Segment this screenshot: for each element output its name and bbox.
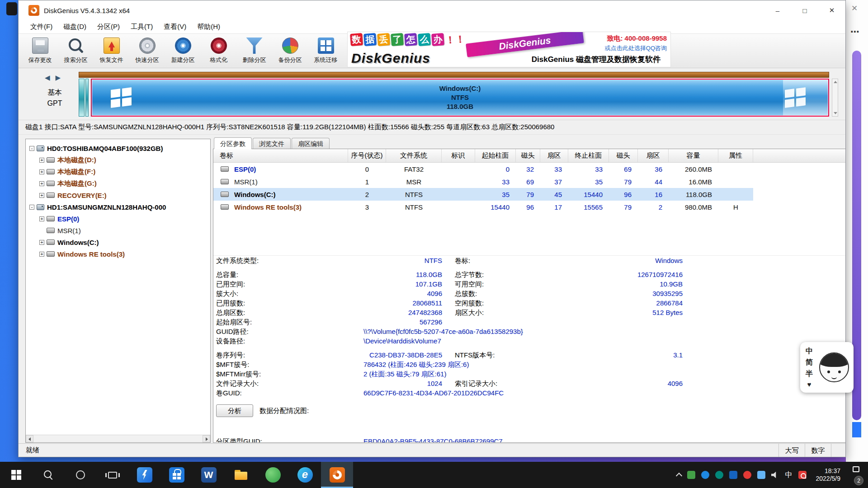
- tree-item-hd1[interactable]: - HD1:SAMSUNGMZNLN128HAHQ-000: [26, 201, 210, 213]
- tray-icon-lightblue[interactable]: [757, 471, 765, 479]
- col-flag[interactable]: 标识: [442, 149, 475, 162]
- menu-partition[interactable]: 分区(P): [92, 20, 125, 33]
- col-start-cyl[interactable]: 起始柱面: [475, 149, 516, 162]
- toolbar-system-migration[interactable]: 系统迁移: [308, 34, 344, 68]
- tree-item-disk-d[interactable]: + 本地磁盘(D:): [26, 154, 210, 166]
- background-close-icon[interactable]: ✕: [851, 4, 858, 13]
- titlebar[interactable]: DiskGenius V5.4.3.1342 x64 – □ ✕: [19, 0, 845, 20]
- menu-view[interactable]: 查看(V): [158, 20, 192, 33]
- partition-row-re-tools[interactable]: Windows RE tools(3) 3 NTFS 15440 96 17 1…: [213, 201, 845, 213]
- col-start-sector[interactable]: 扇区: [540, 149, 568, 162]
- tree-item-esp[interactable]: + ESP(0): [26, 213, 210, 225]
- minimize-button[interactable]: –: [764, 0, 791, 20]
- menu-disk[interactable]: 磁盘(D): [58, 20, 92, 33]
- close-button[interactable]: ✕: [818, 0, 845, 20]
- expand-icon[interactable]: +: [39, 158, 44, 163]
- partition-row-msr[interactable]: MSR(1) 1 MSR 33 69 37 35 79 44 16.0MB: [213, 175, 845, 188]
- collapse-icon[interactable]: -: [29, 146, 34, 151]
- next-disk-arrow-icon[interactable]: ▶: [56, 74, 61, 82]
- col-filesystem[interactable]: 文件系统: [386, 149, 442, 162]
- tree-horizontal-scrollbar[interactable]: [26, 435, 210, 442]
- search-button[interactable]: [32, 462, 64, 488]
- toolbar-search-partition[interactable]: 搜索分区: [58, 34, 94, 68]
- ime-panel[interactable]: 中 简 半 ♥: [800, 342, 854, 393]
- tab-sector-edit[interactable]: 扇区编辑: [292, 138, 330, 149]
- ime-simplified-button[interactable]: 简: [806, 358, 813, 367]
- expand-icon[interactable]: +: [39, 216, 44, 221]
- col-end-head[interactable]: 磁头: [609, 149, 638, 162]
- partition-row-windows-c[interactable]: Windows(C:) 2 NTFS 35 79 45 15440 96 16 …: [213, 188, 845, 201]
- cortana-button[interactable]: [64, 462, 96, 488]
- tree-item-msr[interactable]: MSR(1): [26, 225, 210, 236]
- background-scrollbar[interactable]: [852, 51, 861, 420]
- windows-c-partition-block[interactable]: Windows(C:) NTFS 118.0GB: [91, 79, 829, 117]
- tree-item-disk-f[interactable]: + 本地磁盘(F:): [26, 166, 210, 178]
- esp-partition-block[interactable]: [79, 79, 85, 117]
- expand-icon[interactable]: +: [39, 181, 44, 186]
- running-app-diskgenius[interactable]: [321, 462, 353, 488]
- action-center-button[interactable]: 2: [850, 462, 863, 488]
- col-capacity[interactable]: 容量: [669, 149, 718, 162]
- ad-banner[interactable]: 数 据 丢 了 怎 么 办 ！！ DiskGenius DiskGenius 致…: [348, 32, 670, 67]
- pinned-app-lightning[interactable]: [128, 462, 160, 488]
- toolbar-new-partition[interactable]: 新建分区: [165, 34, 201, 68]
- more-options-icon[interactable]: ⋯: [850, 26, 859, 37]
- analyze-button[interactable]: 分析: [216, 404, 253, 417]
- menu-help[interactable]: 帮助(H): [192, 20, 226, 33]
- scroll-left-arrow-icon[interactable]: [26, 435, 33, 442]
- col-end-cyl[interactable]: 终止柱面: [568, 149, 609, 162]
- tray-icon-navy[interactable]: [729, 471, 737, 479]
- pinned-app-edge[interactable]: [289, 462, 321, 488]
- tree-item-windows-c[interactable]: + Windows(C:): [26, 236, 210, 248]
- scroll-right-arrow-icon[interactable]: [203, 435, 210, 442]
- toolbar-save-changes[interactable]: 保存更改: [22, 34, 58, 68]
- expand-icon[interactable]: +: [39, 169, 44, 174]
- pinned-app-explorer[interactable]: [225, 462, 257, 488]
- menu-file[interactable]: 文件(F): [25, 20, 58, 33]
- pinned-app-green-browser[interactable]: [257, 462, 289, 488]
- ime-halfwidth-button[interactable]: 半: [806, 369, 813, 379]
- start-button[interactable]: [0, 462, 32, 488]
- ime-heart-icon[interactable]: ♥: [807, 380, 811, 388]
- volume-icon[interactable]: [771, 471, 779, 479]
- prev-disk-arrow-icon[interactable]: ◀: [45, 74, 50, 82]
- partition-bar-scrollbar[interactable]: [832, 79, 838, 117]
- ime-mascot[interactable]: [819, 352, 849, 382]
- tree-item-re-tools[interactable]: + Windows RE tools(3): [26, 248, 210, 260]
- tray-icon-green[interactable]: [687, 471, 695, 479]
- tree-item-disk-g[interactable]: + 本地磁盘(G:): [26, 178, 210, 189]
- hidden-icons-chevron-icon[interactable]: [675, 473, 682, 479]
- pinned-app-store[interactable]: [160, 462, 193, 488]
- toolbar-delete-partition[interactable]: 删除分区: [236, 34, 272, 68]
- ime-lang-button[interactable]: 中: [806, 347, 813, 356]
- collapse-icon[interactable]: -: [29, 205, 34, 210]
- input-language-indicator[interactable]: 中: [785, 470, 793, 480]
- partition-row-esp[interactable]: ESP(0) 0 FAT32 0 32 33 33 69 36 260.0MB: [213, 163, 845, 175]
- col-volume[interactable]: 卷标: [213, 149, 348, 162]
- col-attr[interactable]: 属性: [718, 149, 753, 162]
- msr-partition-block[interactable]: [85, 79, 89, 117]
- toolbar-quick-partition[interactable]: 快速分区: [129, 34, 165, 68]
- tab-browse-files[interactable]: 浏览文件: [253, 138, 291, 149]
- col-start-head[interactable]: 磁头: [516, 149, 540, 162]
- tree-item-hd0[interactable]: - HD0:TOSHIBAMQ04ABF100(932GB): [26, 142, 210, 154]
- expand-icon[interactable]: +: [39, 193, 44, 198]
- col-end-sector[interactable]: 扇区: [638, 149, 669, 162]
- pinned-app-word[interactable]: [193, 462, 225, 488]
- sogou-ime-icon[interactable]: [798, 471, 807, 479]
- toolbar-backup-partition[interactable]: 备份分区: [272, 34, 308, 68]
- expand-icon[interactable]: +: [39, 240, 44, 245]
- tray-icon-teal[interactable]: [715, 471, 723, 479]
- taskbar-clock[interactable]: 18:37 2022/5/9: [816, 467, 841, 483]
- tray-icon-blue[interactable]: [701, 471, 709, 479]
- maximize-button[interactable]: □: [791, 0, 818, 20]
- task-view-button[interactable]: [96, 462, 128, 488]
- expand-icon[interactable]: +: [39, 252, 44, 257]
- col-index[interactable]: 序号(状态): [348, 149, 386, 162]
- banner-qq-link[interactable]: 或点击此处选择QQ咨询: [605, 44, 667, 52]
- toolbar-recover-files[interactable]: 恢复文件: [94, 34, 129, 68]
- tray-icon-red[interactable]: [743, 471, 751, 479]
- menu-tools[interactable]: 工具(T): [125, 20, 158, 33]
- tree-item-recovery-e[interactable]: + RECOVERY(E:): [26, 189, 210, 201]
- toolbar-format[interactable]: 格式化: [201, 34, 236, 68]
